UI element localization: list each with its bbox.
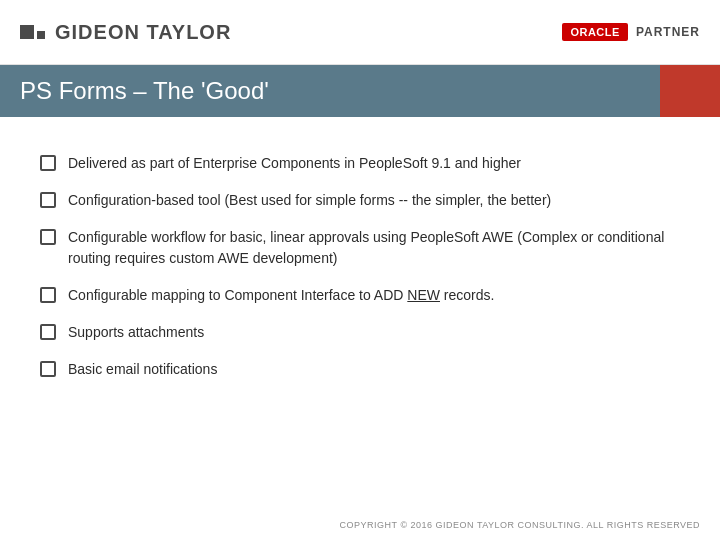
checkbox-icon	[40, 229, 56, 245]
bullet-text-5: Supports attachments	[68, 322, 680, 343]
page-title: PS Forms – The 'Good'	[20, 77, 269, 105]
bullet-list: Delivered as part of Enterprise Componen…	[40, 145, 680, 388]
list-item: Configurable workflow for basic, linear …	[40, 219, 680, 277]
footer: COPYRIGHT © 2016 GIDEON TAYLOR CONSULTIN…	[340, 520, 700, 530]
list-item: Basic email notifications	[40, 351, 680, 388]
bullet-text-6: Basic email notifications	[68, 359, 680, 380]
list-item: Supports attachments	[40, 314, 680, 351]
checkbox-icon	[40, 361, 56, 377]
content-area: Delivered as part of Enterprise Componen…	[0, 117, 720, 408]
footer-text: COPYRIGHT © 2016 GIDEON TAYLOR CONSULTIN…	[340, 520, 700, 530]
logo-text: GIDEON TAYLOR	[55, 21, 231, 44]
oracle-badge: ORACLE	[562, 23, 627, 41]
logo-square-small	[37, 31, 45, 39]
title-bar: PS Forms – The 'Good'	[0, 65, 720, 117]
bullet-text-3: Configurable workflow for basic, linear …	[68, 227, 680, 269]
checkbox-icon	[40, 192, 56, 208]
title-bar-wrapper: PS Forms – The 'Good'	[0, 65, 720, 117]
oracle-partner-area: ORACLE PARTNER	[562, 23, 700, 41]
header: GIDEON TAYLOR ORACLE PARTNER	[0, 0, 720, 65]
checkbox-icon	[40, 287, 56, 303]
bullet-text-4: Configurable mapping to Component Interf…	[68, 285, 680, 306]
logo-square-big	[20, 25, 34, 39]
checkbox-icon	[40, 324, 56, 340]
bullet-text-2: Configuration-based tool (Best used for …	[68, 190, 680, 211]
partner-text: PARTNER	[636, 25, 700, 39]
list-item: Configurable mapping to Component Interf…	[40, 277, 680, 314]
orange-accent	[660, 65, 720, 117]
logo-squares	[20, 25, 45, 39]
list-item: Delivered as part of Enterprise Componen…	[40, 145, 680, 182]
underline-new: NEW	[407, 287, 440, 303]
bullet-text-1: Delivered as part of Enterprise Componen…	[68, 153, 680, 174]
checkbox-icon	[40, 155, 56, 171]
logo-area: GIDEON TAYLOR	[20, 21, 231, 44]
list-item: Configuration-based tool (Best used for …	[40, 182, 680, 219]
